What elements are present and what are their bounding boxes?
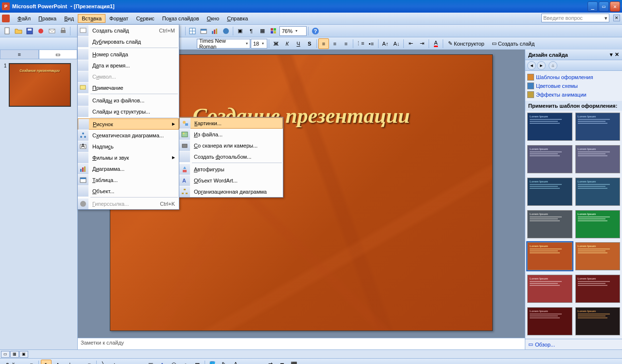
menu-format[interactable]: Формат	[105, 14, 132, 23]
submenu-autoshapes[interactable]: Автофигуры	[179, 164, 283, 175]
task-pane-close-icon[interactable]: ✕	[615, 51, 619, 58]
fontsize-combo[interactable]: 18	[251, 39, 267, 49]
slideshow-view-button[interactable]: ▣	[19, 351, 28, 358]
menu-item-dup-slide[interactable]: Дублировать слайд	[78, 36, 179, 47]
align-center-button[interactable]: ≡	[329, 38, 340, 49]
menu-window[interactable]: Окно	[203, 14, 224, 23]
menu-item-diagram[interactable]: Схематическая диаграмма...	[78, 130, 179, 141]
line-button[interactable]: ╲	[99, 360, 109, 364]
template-thumb[interactable]: Lorem Ipsum	[575, 307, 621, 335]
menu-file[interactable]: ФФайлайл	[14, 14, 35, 23]
template-thumb[interactable]: Lorem Ipsum	[575, 242, 621, 270]
template-thumb[interactable]: Lorem Ipsum	[575, 113, 621, 141]
help-button[interactable]: ?	[310, 26, 321, 36]
align-left-button[interactable]: ≡	[318, 38, 329, 49]
designer-button[interactable]: ✎Конструктор	[445, 38, 488, 49]
template-thumb[interactable]: Lorem Ipsum	[527, 242, 572, 270]
nav-home-button[interactable]: ⌂	[549, 61, 557, 70]
mdi-close-button[interactable]: ✕	[613, 15, 620, 21]
diagram-button[interactable]: ⬡	[169, 360, 179, 364]
arrowstyle-button[interactable]: ⇄	[265, 360, 276, 364]
template-thumb[interactable]: Lorem Ipsum	[575, 275, 621, 303]
template-thumb[interactable]: Lorem Ipsum	[527, 113, 572, 141]
menu-item-chart[interactable]: Диаграмма...	[78, 163, 179, 174]
template-thumb[interactable]: Lorem Ipsum	[527, 307, 572, 335]
dashstyle-button[interactable]: ┅	[254, 360, 264, 364]
submenu-clipart[interactable]: Картинки...	[179, 117, 283, 129]
menu-item-movies[interactable]: Фильмы и звук▶	[78, 152, 179, 163]
menu-item-new-slide[interactable]: Создать слайдCtrl+M	[78, 25, 179, 36]
save-button[interactable]	[24, 26, 35, 36]
shadow-style-button[interactable]: ◼	[277, 360, 288, 364]
shadow-button[interactable]: S	[304, 38, 315, 49]
decrease-indent-button[interactable]: ⇤	[405, 38, 416, 49]
actions-menu-button[interactable]: Действия ▾	[2, 360, 36, 364]
increase-font-button[interactable]: A↑	[380, 38, 391, 49]
template-thumb[interactable]: Lorem Ipsum	[575, 210, 621, 238]
fontcolor2-button[interactable]: A	[230, 360, 241, 364]
help-search-input[interactable]: Введите вопрос	[541, 14, 609, 22]
template-thumb[interactable]: Lorem Ipsum	[527, 275, 572, 303]
tables-button[interactable]	[187, 26, 198, 36]
menu-item-picture[interactable]: Рисунок▶	[78, 118, 179, 130]
zoom-combo[interactable]: 76%	[279, 26, 307, 36]
normal-view-button[interactable]: ▭	[1, 351, 10, 358]
numbered-list-button[interactable]: ⋮≡	[355, 38, 365, 49]
oval-button[interactable]: ○	[134, 360, 144, 364]
font-color-button[interactable]: A	[431, 38, 441, 49]
fillcolor-button[interactable]: 🪣	[207, 360, 218, 364]
template-thumb[interactable]: Lorem Ipsum	[527, 178, 572, 206]
picture-button[interactable]: ▦	[192, 360, 203, 364]
submenu-wordart[interactable]: AОбъект WordArt...	[179, 175, 283, 186]
menu-view[interactable]: Вид	[60, 14, 78, 23]
chart-button[interactable]	[209, 26, 220, 36]
table-insert-button[interactable]	[198, 26, 209, 36]
menu-slideshow[interactable]: Показ слайдов	[158, 14, 203, 23]
menu-item-object[interactable]: Объект...	[78, 185, 179, 197]
increase-indent-button[interactable]: ⇥	[416, 38, 427, 49]
menu-item-table[interactable]: Таблица...	[78, 174, 179, 185]
notes-pane[interactable]: Заметки к слайду	[78, 338, 525, 349]
menu-item-slide-number[interactable]: Номер слайда	[78, 49, 179, 60]
submenu-fromfile[interactable]: Из файла...	[179, 129, 283, 140]
linestyle-button[interactable]: ≡	[242, 360, 253, 364]
print-button[interactable]	[58, 26, 69, 36]
show-formatting-button[interactable]: ¶	[246, 26, 257, 36]
align-right-button[interactable]: ≡	[341, 38, 351, 49]
new-slide-button[interactable]: ▭Создать слайд	[488, 38, 538, 49]
decrease-font-button[interactable]: A↓	[391, 38, 402, 49]
menu-help[interactable]: Справка	[223, 14, 252, 23]
nav-back-button[interactable]: ◄	[527, 61, 536, 70]
grid-button[interactable]: ▦	[257, 26, 268, 36]
italic-button[interactable]: К	[282, 38, 293, 49]
wordart-button[interactable]: A	[157, 360, 168, 364]
sorter-view-button[interactable]: ▦	[10, 351, 19, 358]
font-combo[interactable]: Times New Roman	[197, 39, 250, 49]
menu-item-from-outline[interactable]: Слайды из структуры...	[78, 106, 179, 117]
template-thumb[interactable]: Lorem Ipsum	[575, 145, 621, 173]
template-thumb[interactable]: Lorem Ipsum	[527, 145, 572, 173]
linecolor-button[interactable]: ✎	[219, 360, 229, 364]
underline-button[interactable]: Ч	[293, 38, 304, 49]
link-templates[interactable]: Шаблоны оформления	[527, 73, 620, 82]
browse-link[interactable]: ▭Обзор...	[525, 339, 622, 349]
rectangle-button[interactable]: ▭	[122, 360, 133, 364]
expand-button[interactable]: ▣	[235, 26, 245, 36]
maximize-button[interactable]: ▭	[599, 1, 609, 12]
nav-fwd-button[interactable]: ►	[537, 61, 546, 70]
outline-tab[interactable]: ≡	[0, 50, 39, 59]
menu-insert[interactable]: Вставка	[78, 14, 105, 23]
menu-item-datetime[interactable]: Дата и время...	[78, 60, 179, 71]
email-button[interactable]	[47, 26, 57, 36]
task-pane-dropdown-icon[interactable]: ▾	[610, 51, 613, 58]
submenu-orgchart[interactable]: Организационная диаграмма	[179, 186, 283, 197]
select-button[interactable]: ↖	[41, 360, 52, 364]
menu-item-comment[interactable]: Примечание	[78, 82, 179, 93]
menu-tools[interactable]: Сервис	[132, 14, 158, 23]
slides-tab[interactable]: ▭	[39, 50, 78, 59]
color-button[interactable]	[268, 26, 279, 36]
menu-item-textbox[interactable]: AНадпись	[78, 141, 179, 152]
bold-button[interactable]: Ж	[271, 38, 281, 49]
textbox-button[interactable]: ▣	[145, 360, 156, 364]
submenu-album[interactable]: Создать фотоальбом...	[179, 151, 283, 162]
